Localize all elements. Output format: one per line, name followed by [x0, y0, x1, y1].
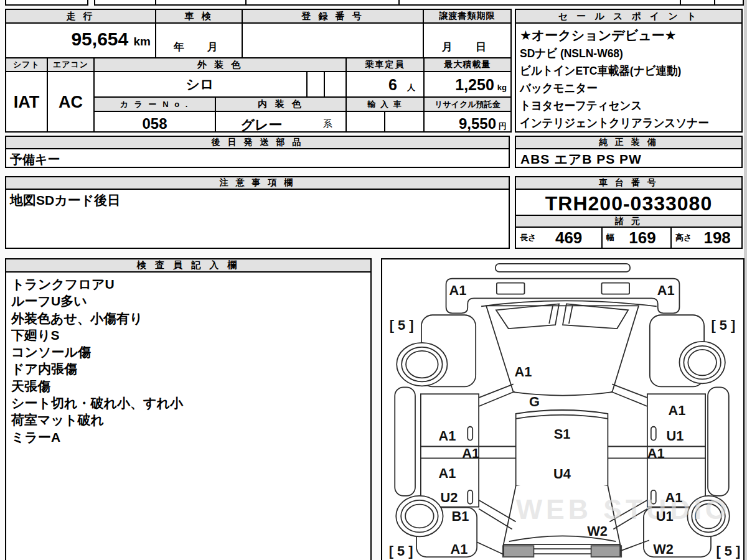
damage-code-label: U4	[553, 466, 571, 482]
inspector-note-line: ルーフU多い	[11, 292, 366, 309]
inspector-note-line: 外装色あせ、小傷有り	[11, 310, 366, 327]
equipment-header: 純 正 装 備	[515, 136, 743, 149]
wheel-front-left	[397, 343, 447, 386]
damage-code-label: G	[529, 394, 540, 409]
damage-code-label: A1	[515, 364, 532, 380]
top-strip-divider	[714, 0, 715, 6]
damage-code-label: U1	[667, 428, 684, 444]
damage-code-label: A1	[439, 465, 456, 481]
sales-point-line: ★オークションデビュー★	[520, 26, 739, 45]
door-handle-left-rear	[467, 490, 472, 504]
sales-point-line: トヨタセーフティセンス	[520, 97, 721, 114]
mileage-value: 95,654 km	[12, 29, 151, 50]
damage-code-label: A1	[462, 446, 479, 461]
damage-code-label: A1	[665, 490, 683, 505]
aircon-value: AC	[47, 72, 95, 133]
recycle-value: 9,550円	[423, 115, 507, 133]
damage-code-label: [ 5 ]	[716, 543, 740, 559]
equipment-content: ABS エアB PS PW	[520, 151, 642, 168]
damage-code-label: A1	[450, 541, 467, 557]
sales-points-list: ★オークションデビュー★SDナビ (NSLN-W68)ビルトインETC車載器(ナ…	[520, 26, 739, 132]
max-load-header: 最大積載量	[423, 57, 512, 72]
spec-width-value: 169	[614, 228, 670, 248]
color-no-header: カ ラ ー N o .	[93, 96, 216, 112]
spec-height-value: 198	[692, 228, 743, 248]
top-strip-divider	[680, 0, 681, 6]
recycle-header: リサイクル預託金	[423, 96, 512, 112]
spec-length-label: 長さ	[515, 232, 536, 243]
damage-code-label: [ 5 ]	[389, 543, 413, 559]
deadline-header: 譲渡書類期限	[423, 9, 512, 24]
capacity-value: 6人	[345, 76, 415, 94]
damage-code-label: A1	[647, 446, 665, 461]
spec-length: 長さ 469	[515, 228, 601, 248]
ext-color-header: 外 装 色	[93, 57, 347, 72]
grid-line	[384, 112, 385, 133]
side-sill-right	[708, 387, 729, 496]
top-strip-right	[94, 0, 744, 6]
shaken-header: 車 検	[155, 9, 243, 24]
sales-point-line: ビルトインETC車載器(ナビ連動)	[520, 62, 721, 80]
damage-code-label: S1	[554, 426, 571, 442]
inspector-note-line: 天張傷	[11, 378, 366, 394]
door-handle-right-front	[651, 427, 656, 441]
shaken-value: 年 月	[155, 40, 243, 54]
damage-code-label: A1	[449, 282, 466, 298]
chassis-header: 車 台 番 号	[515, 176, 743, 190]
int-color-header: 内 装 色	[215, 96, 347, 112]
sales-point-line: バックモニター	[520, 80, 721, 97]
spec-height-label: 高さ	[670, 232, 692, 243]
deadline-value: 月 日	[423, 40, 512, 54]
specs-header: 諸 元	[515, 215, 743, 228]
inspector-note-line: ドア内張傷	[11, 360, 366, 377]
top-strip-divider	[398, 0, 400, 6]
inspector-note-line: 下廻りS	[11, 327, 366, 343]
taillight-left	[503, 546, 534, 557]
capacity-header: 乗車定員	[345, 57, 425, 72]
damage-code-label: [ 5 ]	[390, 317, 414, 333]
sales-point-line: インテリジェントクリアランスソナー	[520, 114, 721, 132]
inspector-notes-list: トランクフロアUルーフU多い外装色あせ、小傷有り下廻りSコンソール傷ドア内張傷天…	[11, 276, 366, 446]
int-color-value: グレー	[215, 116, 308, 134]
damage-code-label: U1	[656, 508, 674, 524]
front-bumper-bar	[496, 264, 630, 272]
damage-code-label: U2	[441, 490, 458, 505]
taillight-right	[591, 546, 622, 557]
sales-points-header: セ ー ル ス ポ イ ン ト	[515, 9, 743, 24]
damage-code-label: A1	[439, 428, 456, 444]
damage-code-label: A1	[669, 403, 686, 418]
spec-width: 幅 169	[601, 228, 670, 248]
damage-code-label: B1	[451, 508, 469, 524]
import-header: 輸 入 車	[345, 96, 425, 112]
inspector-header: 検 査 員 記 入 欄	[5, 258, 372, 273]
inspector-note-line: 荷室マット破れ	[11, 411, 366, 428]
watermark-text: WEB STUDIO	[516, 494, 731, 525]
inspector-note-line: シート切れ・破れ小、すれ小	[11, 394, 366, 411]
spec-height: 高さ 198	[670, 228, 743, 248]
damage-code-label: W2	[653, 541, 674, 557]
damage-code-label: [ 5 ]	[711, 317, 735, 333]
ext-color-value: シロ	[93, 75, 306, 94]
inspector-note-line: トランクフロアU	[11, 276, 366, 292]
grid-line	[324, 72, 325, 98]
wheel-rear-left	[396, 496, 443, 536]
top-strip-left	[5, 0, 88, 6]
side-sill-left	[395, 387, 415, 496]
wheel-front-right	[679, 342, 725, 383]
color-no-value: 058	[93, 115, 216, 133]
top-strip-divider	[245, 0, 247, 6]
int-color-suffix: 系	[323, 118, 342, 130]
shift-value: IAT	[5, 72, 48, 133]
later-parts-content: 予備キー	[10, 151, 60, 168]
grid-line	[306, 72, 308, 98]
aircon-header: エアコン	[47, 57, 95, 72]
top-strip-divider	[155, 0, 156, 6]
damage-code-label: A1	[657, 282, 675, 298]
car-damage-diagram: WEB STUDIO A1A1[ 5 ][ 5 ]A1GA1S1A1U1A1A1…	[382, 259, 743, 559]
notes-content: 地図SDカード後日	[10, 192, 120, 209]
headlight-right	[601, 283, 629, 294]
shift-header: シフト	[5, 57, 48, 72]
grid-line	[345, 112, 347, 133]
sales-point-line: SDナビ (NSLN-W68)	[520, 45, 721, 62]
grid-line	[215, 112, 216, 133]
